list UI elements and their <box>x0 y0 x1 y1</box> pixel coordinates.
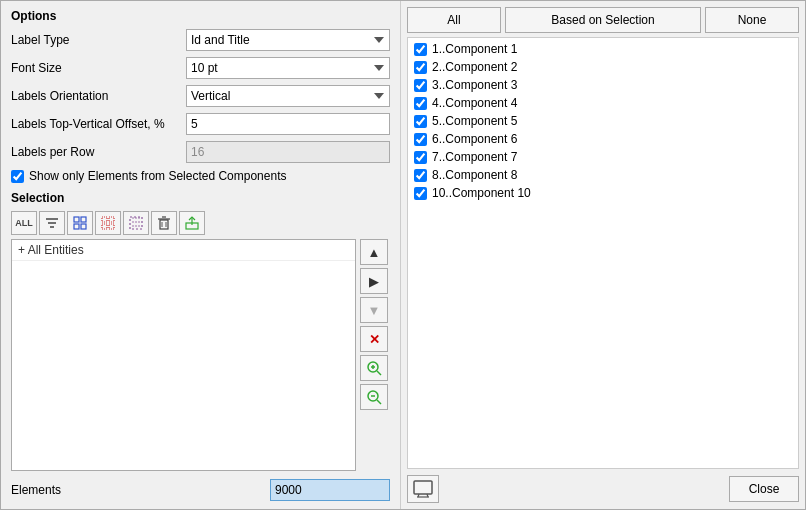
svg-rect-15 <box>160 220 168 229</box>
component-checkbox[interactable] <box>414 97 427 110</box>
component-label: 5..Component 5 <box>432 114 517 128</box>
toolbar-export-btn[interactable] <box>179 211 205 235</box>
based-on-selection-button[interactable]: Based on Selection <box>505 7 701 33</box>
font-size-label: Font Size <box>11 61 186 75</box>
zoom-out-btn[interactable] <box>360 384 388 410</box>
svg-line-28 <box>377 400 381 404</box>
component-item[interactable]: 5..Component 5 <box>408 112 798 130</box>
show-elements-label: Show only Elements from Selected Compone… <box>29 169 286 183</box>
component-item[interactable]: 2..Component 2 <box>408 58 798 76</box>
component-label: 1..Component 1 <box>432 42 517 56</box>
svg-rect-3 <box>74 217 79 222</box>
component-item[interactable]: 4..Component 4 <box>408 94 798 112</box>
components-list[interactable]: 1..Component 12..Component 23..Component… <box>407 37 799 469</box>
component-item[interactable]: 3..Component 3 <box>408 76 798 94</box>
component-label: 3..Component 3 <box>432 78 517 92</box>
component-item[interactable]: 8..Component 8 <box>408 166 798 184</box>
toolbar-all-btn[interactable]: ALL <box>11 211 37 235</box>
component-item[interactable]: 6..Component 6 <box>408 130 798 148</box>
right-top-toolbar: All Based on Selection None <box>401 1 805 37</box>
labels-per-row-label: Labels per Row <box>11 145 186 159</box>
component-label: 7..Component 7 <box>432 150 517 164</box>
orientation-label: Labels Orientation <box>11 89 186 103</box>
close-button[interactable]: Close <box>729 476 799 502</box>
svg-rect-4 <box>81 217 86 222</box>
svg-rect-29 <box>414 481 432 494</box>
labels-per-row-input <box>186 141 390 163</box>
toolbar-delete-btn[interactable] <box>151 211 177 235</box>
zoom-in-btn[interactable] <box>360 355 388 381</box>
component-checkbox[interactable] <box>414 43 427 56</box>
component-checkbox[interactable] <box>414 187 427 200</box>
component-checkbox[interactable] <box>414 115 427 128</box>
svg-rect-10 <box>109 224 114 229</box>
component-label: 6..Component 6 <box>432 132 517 146</box>
svg-line-25 <box>377 371 381 375</box>
svg-rect-8 <box>109 217 114 222</box>
selection-title: Selection <box>11 191 390 205</box>
toolbar-filter-btn[interactable] <box>39 211 65 235</box>
component-checkbox[interactable] <box>414 79 427 92</box>
component-label: 10..Component 10 <box>432 186 531 200</box>
elements-label: Elements <box>11 483 111 497</box>
options-title: Options <box>11 9 390 23</box>
move-down-btn[interactable]: ▼ <box>360 297 388 323</box>
component-label: 2..Component 2 <box>432 60 517 74</box>
component-checkbox[interactable] <box>414 133 427 146</box>
component-label: 4..Component 4 <box>432 96 517 110</box>
label-type-label: Label Type <box>11 33 186 47</box>
remove-btn[interactable]: ✕ <box>360 326 388 352</box>
show-elements-checkbox[interactable] <box>11 170 24 183</box>
component-checkbox[interactable] <box>414 151 427 164</box>
svg-rect-6 <box>81 224 86 229</box>
component-item[interactable]: 7..Component 7 <box>408 148 798 166</box>
component-checkbox[interactable] <box>414 61 427 74</box>
svg-rect-9 <box>102 224 107 229</box>
svg-rect-5 <box>74 224 79 229</box>
move-right-btn[interactable]: ▶ <box>360 268 388 294</box>
orientation-select[interactable]: Vertical Horizontal <box>186 85 390 107</box>
toolbar-dashed-btn[interactable] <box>123 211 149 235</box>
monitor-button[interactable] <box>407 475 439 503</box>
label-type-select[interactable]: Id and Title Id Title None <box>186 29 390 51</box>
svg-rect-7 <box>102 217 107 222</box>
entities-list[interactable]: + All Entities <box>11 239 356 471</box>
elements-value-input[interactable] <box>270 479 390 501</box>
none-button[interactable]: None <box>705 7 799 33</box>
toolbar-grid-btn[interactable] <box>67 211 93 235</box>
component-item[interactable]: 10..Component 10 <box>408 184 798 202</box>
component-label: 8..Component 8 <box>432 168 517 182</box>
selection-toolbar: ALL <box>11 211 390 235</box>
font-size-select[interactable]: 8 pt 9 pt 10 pt 11 pt 12 pt <box>186 57 390 79</box>
all-entities-item[interactable]: + All Entities <box>12 240 355 261</box>
toolbar-dots-btn[interactable] <box>95 211 121 235</box>
all-button[interactable]: All <box>407 7 501 33</box>
component-item[interactable]: 1..Component 1 <box>408 40 798 58</box>
move-up-btn[interactable]: ▲ <box>360 239 388 265</box>
top-offset-input[interactable] <box>186 113 390 135</box>
component-checkbox[interactable] <box>414 169 427 182</box>
top-offset-label: Labels Top-Vertical Offset, % <box>11 117 186 131</box>
